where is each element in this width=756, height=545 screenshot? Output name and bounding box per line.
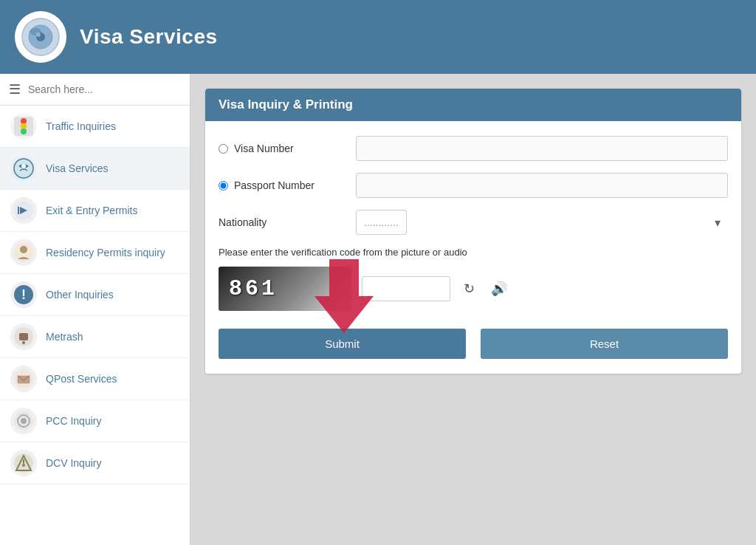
visa-icon [10, 155, 37, 182]
other-icon: ! [10, 281, 37, 308]
sidebar-item-visa[interactable]: Visa Services [0, 148, 190, 190]
svg-point-10 [21, 164, 26, 168]
action-buttons: Submit Reset [219, 329, 728, 359]
metrash-icon [10, 323, 37, 350]
arrow-overlay [315, 259, 374, 336]
refresh-captcha-button[interactable]: ↻ [461, 278, 478, 300]
app-title: Visa Services [80, 25, 218, 49]
svg-point-6 [21, 118, 27, 124]
sidebar-item-traffic[interactable]: Traffic Inquiries [0, 106, 190, 148]
visa-number-row: Visa Number [219, 136, 728, 161]
sidebar-item-metrash[interactable]: Metrash [0, 316, 190, 358]
verify-row: 861 ↻ 🔊 [219, 267, 728, 311]
sidebar-item-qpost[interactable]: QPost Services [0, 358, 190, 400]
passport-number-input[interactable] [356, 173, 728, 198]
visa-number-radio[interactable] [219, 144, 228, 154]
svg-point-27 [22, 464, 25, 467]
sidebar: ☰ Traffic Inquiries [0, 74, 190, 545]
search-input[interactable] [28, 83, 181, 95]
passport-number-label: Passport Number [219, 179, 344, 191]
sidebar-item-pcc[interactable]: PCC Inquiry [0, 400, 190, 442]
audio-captcha-button[interactable]: 🔊 [488, 278, 510, 300]
sidebar-item-other-label: Other Inquiries [46, 289, 114, 301]
residency-icon [10, 239, 37, 266]
traffic-icon [10, 113, 37, 140]
captcha-text: 861 [229, 276, 278, 301]
visa-number-label: Visa Number [219, 143, 344, 154]
sidebar-item-residency-label: Residency Permits inquiry [46, 247, 165, 258]
sidebar-item-traffic-label: Traffic Inquiries [46, 120, 116, 132]
sidebar-search-bar[interactable]: ☰ [0, 74, 190, 106]
svg-point-4 [36, 32, 41, 37]
sidebar-item-other[interactable]: ! Other Inquiries [0, 274, 190, 316]
sidebar-item-pcc-label: PCC Inquiry [46, 415, 101, 427]
sidebar-item-exit[interactable]: Exit & Entry Permits [0, 190, 190, 232]
exit-icon [10, 197, 37, 224]
reset-button[interactable]: Reset [481, 329, 728, 359]
captcha-input[interactable] [362, 276, 450, 301]
passport-number-radio[interactable] [219, 181, 228, 191]
sidebar-item-metrash-label: Metrash [46, 331, 83, 343]
card-title: Visa Inquiry & Printing [205, 89, 741, 121]
app-header: Visa Services [0, 0, 756, 74]
qpost-icon [10, 366, 37, 392]
main-content: Visa Inquiry & Printing Visa Number Pass… [190, 74, 756, 545]
hamburger-icon[interactable]: ☰ [9, 81, 21, 97]
card-body: Visa Number Passport Number Nationality [205, 121, 741, 374]
visa-inquiry-card: Visa Inquiry & Printing Visa Number Pass… [205, 89, 741, 374]
app-logo [15, 11, 66, 63]
passport-number-row: Passport Number [219, 173, 728, 198]
sidebar-item-dcv-label: DCV Inquiry [46, 457, 101, 469]
nationality-select[interactable]: ............ [356, 210, 407, 235]
body-wrapper: ☰ Traffic Inquiries [0, 74, 756, 545]
verify-text: Please enter the verification code from … [219, 247, 728, 258]
pcc-icon [10, 408, 37, 434]
svg-marker-29 [315, 259, 374, 333]
svg-text:!: ! [21, 287, 26, 302]
sidebar-item-visa-label: Visa Services [46, 162, 109, 174]
svg-point-14 [20, 246, 27, 253]
svg-rect-18 [19, 333, 28, 340]
svg-point-19 [22, 341, 25, 344]
sidebar-item-residency[interactable]: Residency Permits inquiry [0, 232, 190, 274]
nationality-row: Nationality ............ [219, 210, 728, 235]
nationality-label: Nationality [219, 216, 344, 228]
svg-point-24 [21, 418, 27, 424]
sidebar-item-dcv[interactable]: DCV Inquiry [0, 442, 190, 484]
visa-number-input[interactable] [356, 136, 728, 161]
nationality-select-wrapper: ............ [356, 210, 728, 235]
dcv-icon [10, 450, 37, 476]
svg-point-7 [21, 123, 27, 129]
sidebar-item-exit-label: Exit & Entry Permits [46, 205, 137, 216]
sidebar-item-qpost-label: QPost Services [46, 373, 117, 385]
svg-point-8 [21, 128, 27, 134]
